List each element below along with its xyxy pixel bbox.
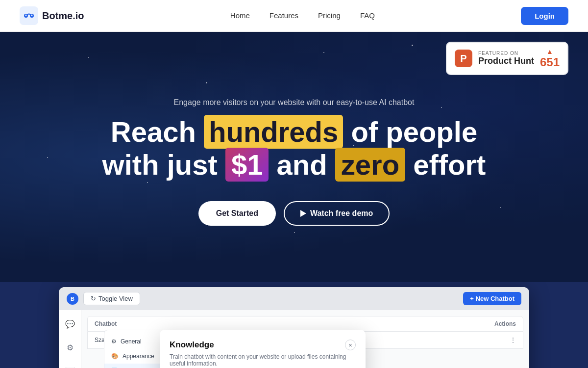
product-hunt-featured: FEATURED ON [478, 51, 534, 56]
analytics-icon[interactable]: 📊 [63, 364, 77, 368]
appearance-icon: 🎨 [111, 353, 119, 360]
window-body: 💬 ⚙ 📊 Chatbot Actions Szab... ⋮ ⚙ [59, 310, 529, 368]
get-started-button[interactable]: Get Started [198, 201, 276, 226]
with-just-text: with just [102, 149, 218, 181]
toggle-icon: ↻ [91, 295, 96, 302]
sidebar-icons: 💬 ⚙ 📊 [59, 310, 81, 368]
general-icon: ⚙ [111, 338, 117, 345]
nav-features[interactable]: Features [270, 11, 298, 20]
reach-text: Reach [111, 116, 196, 148]
watch-demo-button[interactable]: Watch free demo [284, 201, 390, 226]
hero-title-line1: Reach hundreds of people [111, 115, 477, 149]
hero-actions: Get Started Watch free demo [198, 201, 390, 226]
nav-home[interactable]: Home [230, 11, 250, 20]
product-hunt-logo: P [455, 50, 472, 67]
window-logo: B [67, 293, 78, 305]
logo: Botme.io [20, 6, 84, 25]
logo-icon [20, 6, 38, 25]
toggle-view-button[interactable]: ↻ Toggle View [83, 292, 140, 305]
hero-subtitle: Engage more visitors on your website wit… [174, 98, 415, 107]
hero-title: Reach hundreds of people with just $1 an… [102, 116, 486, 181]
product-hunt-badge[interactable]: P FEATURED ON Product Hunt ▲ 651 [446, 42, 568, 75]
effort-text: effort [413, 149, 486, 181]
product-hunt-count: ▲ 651 [540, 48, 560, 69]
demo-label: Watch free demo [310, 209, 373, 218]
navbar: Botme.io Home Features Pricing FAQ Login [0, 0, 588, 32]
hero-title-line2: with just $1 and zero effort [102, 149, 486, 182]
logo-text: Botme.io [42, 10, 84, 22]
modal-title: Knowledge [170, 340, 214, 350]
nav-pricing[interactable]: Pricing [318, 11, 341, 20]
modal-description: Train chatbot with content on your websi… [170, 353, 356, 367]
main-content: Chatbot Actions Szab... ⋮ ⚙ General 🎨 Ap… [81, 310, 529, 368]
product-hunt-text: FEATURED ON Product Hunt [478, 51, 534, 66]
window-topbar: B ↻ Toggle View + New Chatbot [59, 287, 529, 310]
svg-point-4 [31, 15, 33, 16]
settings-icon[interactable]: ⚙ [63, 341, 77, 354]
chat-icon[interactable]: 💬 [63, 317, 77, 331]
modal-close-button[interactable]: × [345, 340, 356, 350]
hundreds-highlight: hundreds [204, 115, 343, 149]
svg-point-3 [25, 15, 27, 16]
col-chatbot: Chatbot [95, 320, 477, 327]
knowledge-modal: Knowledge × Train chatbot with content o… [160, 330, 366, 368]
dashboard-preview: B ↻ Toggle View + New Chatbot 💬 ⚙ 📊 Chat… [0, 282, 588, 368]
svg-rect-0 [20, 6, 38, 25]
and-text: and [277, 149, 327, 181]
col-actions: Actions [477, 320, 516, 327]
hero-section: P FEATURED ON Product Hunt ▲ 651 Engage … [0, 32, 588, 282]
nav-links: Home Features Pricing FAQ [230, 11, 375, 20]
product-hunt-name: Product Hunt [478, 56, 534, 66]
login-button[interactable]: Login [521, 7, 568, 25]
dashboard-window: B ↻ Toggle View + New Chatbot 💬 ⚙ 📊 Chat… [59, 287, 529, 368]
nav-faq[interactable]: FAQ [360, 11, 375, 20]
of-people-text: of people [351, 116, 477, 148]
play-icon [300, 210, 306, 217]
new-chatbot-button[interactable]: + New Chatbot [463, 292, 521, 305]
ph-arrow-icon: ▲ [546, 48, 553, 55]
dollar-highlight: $1 [225, 148, 269, 182]
zero-highlight: zero [335, 148, 405, 182]
modal-header: Knowledge × [170, 340, 356, 350]
actions-dots[interactable]: ⋮ [477, 337, 516, 343]
